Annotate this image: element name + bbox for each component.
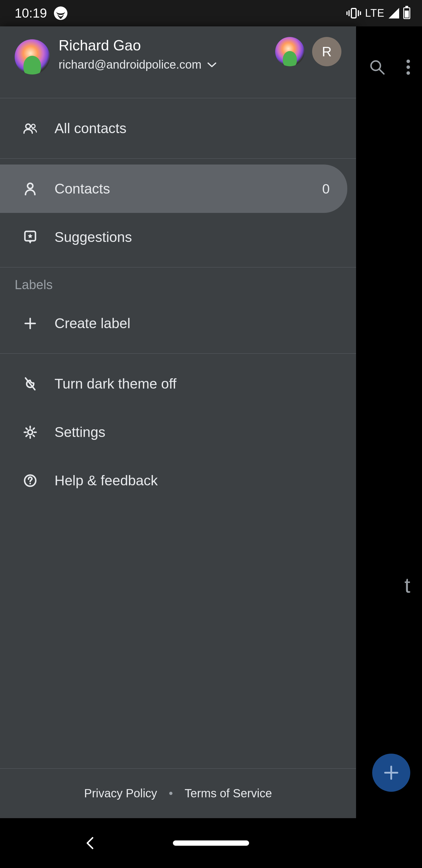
drawer-item-create-label[interactable]: Create label	[0, 299, 356, 347]
signal-icon	[389, 8, 399, 19]
chevron-down-icon[interactable]	[207, 62, 217, 68]
background-partial-text: t	[404, 573, 410, 597]
svg-point-7	[407, 60, 410, 63]
plus-icon	[383, 765, 399, 781]
plus-icon	[24, 317, 37, 330]
more-icon[interactable]	[406, 59, 410, 76]
svg-line-25	[26, 428, 27, 429]
footer-privacy-link[interactable]: Privacy Policy	[84, 787, 157, 800]
avatar-secondary[interactable]	[275, 37, 304, 66]
person-icon	[24, 182, 37, 195]
svg-point-20	[28, 430, 33, 435]
drawer-item-label: Help & feedback	[55, 472, 347, 489]
people-icon	[24, 123, 37, 134]
nav-back-icon[interactable]	[85, 836, 95, 850]
search-icon[interactable]	[369, 59, 386, 76]
drawer-item-label: Create label	[55, 315, 347, 331]
suggestions-icon	[24, 230, 37, 244]
drawer-item-all-contacts[interactable]: All contacts	[0, 104, 356, 153]
svg-rect-0	[351, 8, 356, 18]
drawer-item-label: All contacts	[55, 120, 347, 136]
footer-separator: •	[169, 787, 173, 800]
svg-line-27	[33, 428, 34, 429]
gear-icon	[24, 426, 37, 439]
system-nav-bar	[0, 818, 422, 868]
help-icon	[24, 474, 37, 487]
svg-point-9	[407, 71, 410, 75]
svg-point-14	[28, 183, 33, 189]
svg-point-8	[407, 65, 410, 69]
contacts-count: 0	[322, 181, 330, 197]
nav-home-pill[interactable]	[173, 840, 249, 846]
battery-icon	[403, 7, 410, 19]
account-switch-avatars: R	[275, 37, 342, 66]
dark-theme-off-icon	[24, 377, 37, 391]
add-contact-fab[interactable]	[372, 754, 410, 792]
svg-point-13	[31, 124, 35, 128]
svg-line-26	[33, 435, 34, 436]
avatar-letter[interactable]: R	[312, 37, 342, 66]
svg-marker-16	[28, 241, 32, 244]
account-info: Richard Gao richard@androidpolice.com	[59, 35, 266, 71]
account-email: richard@androidpolice.com	[59, 58, 202, 71]
avatar-primary	[15, 39, 50, 74]
svg-point-12	[26, 124, 30, 128]
drawer-item-suggestions[interactable]: Suggestions	[0, 213, 356, 261]
drawer-item-label: Contacts	[55, 181, 304, 197]
labels-heading: Labels	[0, 268, 356, 299]
drawer-account-header[interactable]: Richard Gao richard@androidpolice.com R	[0, 26, 356, 98]
vibrate-icon	[347, 7, 361, 19]
drawer-item-dark-theme[interactable]: Turn dark theme off	[0, 360, 356, 408]
app-toolbar-actions	[369, 59, 410, 76]
drawer-item-contacts[interactable]: Contacts 0	[0, 164, 347, 213]
drawer-item-settings[interactable]: Settings	[0, 408, 356, 456]
footer-terms-link[interactable]: Terms of Service	[185, 787, 272, 800]
drawer-item-label: Turn dark theme off	[55, 376, 347, 392]
drawer-item-label: Suggestions	[55, 229, 321, 245]
spotify-icon	[54, 6, 67, 20]
svg-line-6	[379, 69, 384, 74]
status-bar: 10:19 LTE	[0, 0, 422, 26]
svg-point-30	[29, 483, 31, 484]
drawer-item-help[interactable]: Help & feedback	[0, 456, 356, 505]
nav-drawer: Richard Gao richard@androidpolice.com R	[0, 26, 356, 818]
status-time: 10:19	[15, 6, 47, 21]
network-type: LTE	[365, 7, 385, 19]
drawer-footer: Privacy Policy • Terms of Service	[0, 768, 356, 818]
account-name: Richard Gao	[59, 37, 266, 54]
svg-line-28	[26, 435, 27, 436]
drawer-item-label: Settings	[55, 424, 347, 440]
status-right: LTE	[347, 7, 410, 19]
status-left: 10:19	[15, 6, 67, 21]
